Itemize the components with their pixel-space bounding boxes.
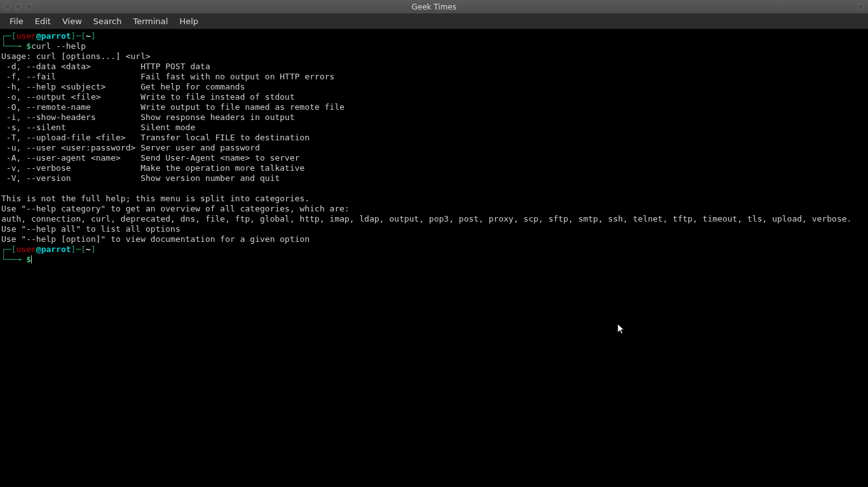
terminal-cursor: [31, 255, 32, 264]
output-footer1: This is not the full help; this menu is …: [1, 194, 309, 203]
output-blank: [1, 183, 6, 193]
close-window-button[interactable]: [4, 3, 11, 10]
output-footer4: Use "--help [option]" to view documentat…: [1, 234, 309, 244]
menu-file[interactable]: File: [4, 15, 29, 27]
command-text: curl --help: [31, 41, 86, 51]
ps1b-at: @: [36, 244, 41, 254]
ps1-line2: └──╼ $curl --help: [1, 41, 86, 51]
output-usage: Usage: curl [options...] <url>: [1, 51, 151, 61]
ps1b-lbracket: ┌─[: [1, 244, 16, 254]
window-controls-right: [857, 3, 868, 10]
menu-edit[interactable]: Edit: [29, 15, 57, 27]
ps1-dollar: $: [26, 41, 31, 51]
menubar: File Edit View Search Terminal Help: [0, 14, 868, 29]
ps1b-path: ~: [86, 244, 91, 254]
maximize-window-button[interactable]: [25, 3, 32, 10]
ps1b-user: user: [16, 244, 36, 254]
output-help-table: -d, --data <data> HTTP POST data -f, --f…: [1, 62, 344, 183]
titlebar: Geek Times: [0, 0, 868, 14]
output-footer3: Use "--help all" to list all options: [1, 224, 180, 234]
terminal-viewport[interactable]: ┌─[user@parrot]─[~] └──╼ $curl --help Us…: [0, 29, 868, 487]
mouse-pointer-icon: [617, 323, 626, 336]
ps1b-prefix: └──╼: [1, 255, 26, 264]
window-menu-button[interactable]: [857, 3, 864, 10]
menu-terminal[interactable]: Terminal: [127, 15, 173, 27]
minimize-window-button[interactable]: [15, 3, 22, 10]
ps1b-host: parrot: [41, 244, 71, 254]
ps1-line1: ┌─[user@parrot]─[~]: [1, 31, 96, 41]
ps1-path: ~: [86, 31, 91, 41]
ps1b-dollar: $: [26, 255, 31, 264]
ps1-rbracket: ]─[: [71, 31, 86, 41]
output-categories: auth, connection, curl, deprecated, dns,…: [1, 214, 851, 223]
menu-view[interactable]: View: [57, 15, 88, 27]
window-controls-left: [0, 3, 32, 10]
window-title: Geek Times: [0, 3, 868, 11]
ps1-lbracket: ┌─[: [1, 31, 16, 41]
ps1b-line2: └──╼ $: [1, 255, 32, 264]
ps1-at: @: [36, 31, 41, 41]
ps1-host: parrot: [41, 31, 71, 41]
ps1b-line1: ┌─[user@parrot]─[~]: [1, 244, 96, 254]
ps1-prefix: └──╼: [1, 41, 26, 51]
ps1b-rbracket: ]─[: [71, 244, 86, 254]
menu-help[interactable]: Help: [173, 15, 204, 27]
ps1b-close: ]: [91, 244, 96, 254]
ps1-user: user: [16, 31, 36, 41]
ps1-close: ]: [91, 31, 96, 41]
menu-search[interactable]: Search: [88, 15, 128, 27]
output-footer2: Use "--help category" to get an overview…: [1, 204, 349, 213]
